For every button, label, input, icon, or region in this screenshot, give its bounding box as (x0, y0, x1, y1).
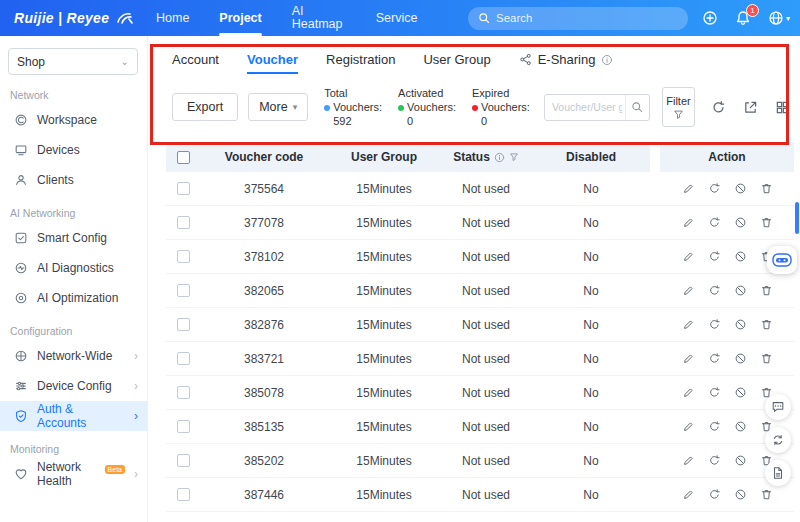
renew-icon[interactable] (708, 352, 721, 365)
filter-button[interactable]: Filter (662, 87, 695, 127)
select-all-checkbox[interactable] (177, 151, 190, 164)
ban-icon[interactable] (734, 284, 747, 297)
brand-mark-icon (116, 10, 134, 26)
edit-icon[interactable] (682, 352, 695, 365)
info-icon[interactable] (494, 152, 505, 163)
edit-icon[interactable] (682, 454, 695, 467)
topbar-search-input[interactable] (496, 12, 664, 24)
ban-icon[interactable] (734, 352, 747, 365)
ai-assistant-button[interactable] (767, 246, 797, 274)
sidebar-item-smart-config[interactable]: Smart Config (0, 223, 147, 253)
row-checkbox[interactable] (177, 420, 190, 433)
search-button[interactable] (625, 95, 649, 120)
row-checkbox[interactable] (177, 216, 190, 229)
nav-home[interactable]: Home (156, 0, 189, 36)
main-content: Account Voucher Registration User Group … (148, 36, 800, 522)
sidebar-item-ai-optimization[interactable]: AI Optimization (0, 283, 147, 313)
delete-icon[interactable] (760, 216, 773, 229)
renew-icon[interactable] (708, 454, 721, 467)
chat-bubble-icon (771, 400, 785, 414)
sidebar-item-auth-accounts[interactable]: Auth & Accounts › (0, 401, 147, 431)
sidebar-item-device-config[interactable]: Device Config › (0, 371, 147, 401)
scrollbar-thumb[interactable] (795, 202, 799, 234)
grid-view-icon[interactable] (775, 100, 790, 115)
ban-icon[interactable] (734, 386, 747, 399)
ban-icon[interactable] (734, 420, 747, 433)
edit-icon[interactable] (682, 216, 695, 229)
disabled-cell: No (532, 284, 650, 298)
renew-icon[interactable] (708, 250, 721, 263)
edit-icon[interactable] (682, 420, 695, 433)
row-checkbox[interactable] (177, 352, 190, 365)
notifications-button[interactable]: 1 (735, 10, 751, 26)
renew-icon[interactable] (708, 318, 721, 331)
nav-project[interactable]: Project (219, 0, 261, 36)
document-button[interactable] (765, 460, 791, 486)
delete-icon[interactable] (760, 284, 773, 297)
edit-icon[interactable] (682, 284, 695, 297)
sidebar-item-network-health[interactable]: Network Health Beta › (0, 459, 147, 489)
voucher-code-cell: 378102 (200, 250, 328, 264)
language-button[interactable]: ▾ (768, 10, 790, 26)
renew-icon[interactable] (708, 386, 721, 399)
edit-icon[interactable] (682, 386, 695, 399)
refresh-icon[interactable] (711, 100, 726, 115)
voucher-search-input[interactable] (545, 101, 625, 113)
row-checkbox[interactable] (177, 386, 190, 399)
edit-icon[interactable] (682, 182, 695, 195)
more-button[interactable]: More ▾ (248, 93, 308, 121)
row-checkbox[interactable] (177, 182, 190, 195)
ban-icon[interactable] (734, 318, 747, 331)
add-project-button[interactable] (702, 10, 718, 26)
renew-icon[interactable] (708, 488, 721, 501)
ban-icon[interactable] (734, 250, 747, 263)
export-share-icon[interactable] (743, 100, 758, 115)
row-checkbox[interactable] (177, 284, 190, 297)
renew-icon[interactable] (708, 182, 721, 195)
sidebar-item-devices[interactable]: Devices (0, 135, 147, 165)
voucher-search[interactable] (544, 94, 650, 121)
sidebar-item-workspace[interactable]: Workspace (0, 105, 147, 135)
renew-icon[interactable] (708, 284, 721, 297)
sidebar-item-ai-diagnostics[interactable]: AI Diagnostics (0, 253, 147, 283)
renew-icon[interactable] (708, 420, 721, 433)
action-cell (660, 352, 794, 365)
row-checkbox[interactable] (177, 454, 190, 467)
nav-ai-heatmap[interactable]: AI Heatmap (292, 0, 346, 36)
delete-icon[interactable] (760, 182, 773, 195)
ban-icon[interactable] (734, 182, 747, 195)
section-title-monitoring: Monitoring (0, 431, 147, 459)
column-filter-icon[interactable] (509, 152, 519, 162)
ban-icon[interactable] (734, 488, 747, 501)
ban-icon[interactable] (734, 454, 747, 467)
nav-service[interactable]: Service (376, 0, 418, 36)
edit-icon[interactable] (682, 318, 695, 331)
export-button[interactable]: Export (172, 93, 238, 121)
status-cell: Not used (440, 352, 532, 366)
tab-user-group[interactable]: User Group (423, 52, 490, 74)
sync-button[interactable] (765, 427, 791, 453)
site-selector[interactable]: Shop ⌄ (8, 48, 138, 75)
brand-logo[interactable]: Ruijie | Reyee (14, 10, 150, 26)
tab-registration[interactable]: Registration (326, 52, 395, 74)
feedback-chat-button[interactable] (765, 394, 791, 420)
table-row: 385202 15Minutes Not used No (166, 444, 794, 478)
edit-icon[interactable] (682, 250, 695, 263)
row-checkbox[interactable] (177, 250, 190, 263)
ban-icon[interactable] (734, 216, 747, 229)
edit-icon[interactable] (682, 488, 695, 501)
renew-icon[interactable] (708, 216, 721, 229)
delete-icon[interactable] (760, 352, 773, 365)
sidebar-item-clients[interactable]: Clients (0, 165, 147, 195)
row-checkbox[interactable] (177, 318, 190, 331)
stat-value: 0 (398, 114, 456, 128)
tab-account[interactable]: Account (172, 52, 219, 74)
sidebar-item-network-wide[interactable]: Network-Wide › (0, 341, 147, 371)
row-checkbox[interactable] (177, 488, 190, 501)
delete-icon[interactable] (760, 488, 773, 501)
beta-badge: Beta (105, 465, 125, 474)
tab-e-sharing[interactable]: E-Sharing (519, 52, 614, 74)
tab-voucher[interactable]: Voucher (247, 52, 298, 74)
topbar-search[interactable] (468, 7, 688, 30)
delete-icon[interactable] (760, 318, 773, 331)
